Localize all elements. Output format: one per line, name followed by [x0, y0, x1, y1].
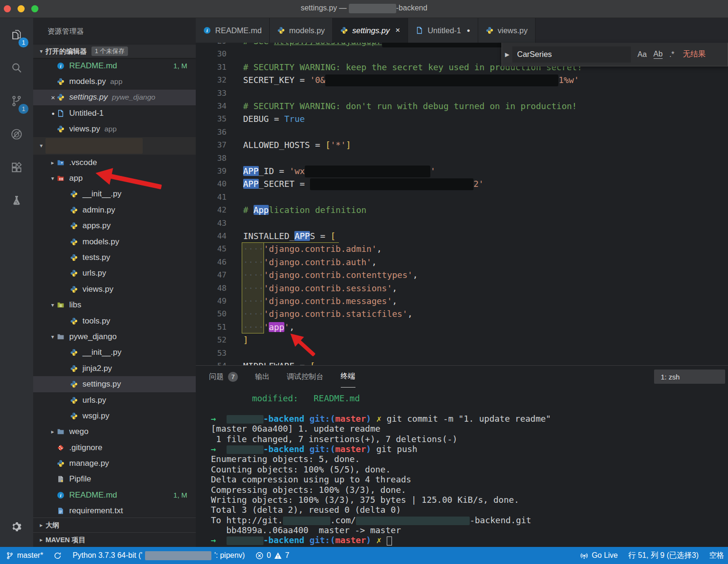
tree-item-admin-py[interactable]: admin.py — [33, 202, 196, 218]
outline-section-header[interactable]: ▸大纲 — [33, 518, 196, 532]
activity-explorer-button[interactable]: 1 — [0, 18, 33, 51]
file-label: models.py — [82, 237, 119, 247]
folder-libs-icon — [57, 301, 65, 309]
close-icon[interactable]: × — [395, 26, 400, 35]
line-number: 51 — [196, 321, 227, 333]
tree-item-tools-py[interactable]: tools.py — [33, 313, 196, 329]
terminal-line: 1 file changed, 7 insertions(+), 7 delet… — [211, 434, 723, 444]
python-icon — [486, 27, 494, 34]
activity-tests-button[interactable] — [0, 184, 33, 217]
code-editor[interactable]: 29# See https://docs.djangopreployment/c… — [196, 43, 728, 365]
tab-label: Untitled-1 — [428, 26, 461, 35]
match-case-button[interactable]: Aa — [637, 50, 647, 59]
line-number: 53 — [196, 347, 227, 360]
file-label: apps.py — [82, 221, 111, 231]
code-line-43: 43 — [196, 217, 728, 230]
tree-item-pipfile[interactable]: Pipfile — [33, 472, 196, 487]
tab-untitled-1[interactable]: Untitled-1● — [408, 18, 478, 43]
tab-readme-md[interactable]: iREADME.md — [196, 18, 270, 43]
code-line-content: DEBUG = True — [243, 112, 305, 125]
file-path-label: app — [104, 125, 117, 133]
panel-tab-label: 调试控制台 — [287, 372, 324, 382]
python-icon — [70, 349, 79, 356]
tab-views-py[interactable]: views.py — [478, 18, 536, 43]
workspace-root-row[interactable]: ▾ — [33, 137, 196, 155]
tree-item-pywe-django[interactable]: ▾pywe_django — [33, 329, 196, 344]
panel-tab-item[interactable]: 调试控制台 — [287, 366, 324, 388]
sync-status[interactable] — [54, 551, 62, 560]
code-line-content: ALLOWED_HOSTS = ['*'] — [243, 139, 351, 151]
open-editor-item[interactable]: ●Untitled-1 — [33, 105, 196, 121]
panel-tab-terminal[interactable]: 终端 — [341, 366, 355, 388]
terminal-line: Total 3 (delta 2), reused 0 (delta 0) — [211, 505, 723, 515]
tree-item--vscode[interactable]: ▸.vscode — [33, 155, 196, 170]
file-tree: ▸.vscode▾app__init__.pyadmin.pyapps.pymo… — [33, 155, 196, 519]
tree-item-wsgi-py[interactable]: wsgi.py — [33, 408, 196, 424]
window-title: settings.py — -backend — [0, 4, 728, 13]
tree-item-views-py[interactable]: views.py — [33, 281, 196, 297]
tree-item-urls-py[interactable]: urls.py — [33, 392, 196, 408]
open-editor-item[interactable]: models.pyapp — [33, 74, 196, 89]
indentation-status[interactable]: 空格 — [709, 551, 724, 561]
file-label: wego — [69, 427, 89, 436]
tree-item--init-py[interactable]: __init__.py — [33, 345, 196, 361]
file-label: __init__.py — [82, 189, 121, 199]
git-branch-status[interactable]: master* — [6, 551, 43, 560]
tree-item-jinja2-py[interactable]: jinja2.py — [33, 361, 196, 376]
tree-item-settings-py[interactable]: settings.py — [33, 376, 196, 392]
activity-debug-button[interactable] — [0, 118, 33, 151]
activity-source-control-button[interactable]: 1 — [0, 84, 33, 118]
open-editor-item[interactable]: iREADME.md1, M — [33, 58, 196, 74]
tree-item-app[interactable]: ▾app — [33, 170, 196, 186]
tab-settings-py[interactable]: settings.py× — [333, 18, 408, 43]
panel-tab-item[interactable]: 问题7 — [209, 366, 238, 388]
activity-search-button[interactable] — [0, 51, 33, 84]
tab-models-py[interactable]: models.py — [270, 18, 333, 43]
whole-word-button[interactable]: Ab — [654, 50, 663, 59]
tree-item-readme-md[interactable]: iREADME.md1, M — [33, 487, 196, 503]
python-interpreter-status[interactable]: Python 3.7.3 64-bit ('': pipenv) — [73, 551, 245, 560]
regex-button[interactable]: .* — [669, 50, 674, 59]
open-editors-header[interactable]: ▾ 打开的编辑器 1 个未保存 — [33, 45, 196, 58]
extensions-icon — [10, 161, 23, 174]
tree-item-urls-py[interactable]: urls.py — [33, 266, 196, 281]
go-live-button[interactable]: Go Live — [580, 551, 618, 560]
panel-tab-label: 终端 — [341, 371, 355, 381]
python-icon — [277, 27, 286, 34]
find-expand-chevron-icon[interactable]: ▶ — [502, 51, 512, 58]
file-icon — [416, 27, 424, 34]
activity-settings-button[interactable] — [0, 514, 33, 540]
tree-item--init-py[interactable]: __init__.py — [33, 186, 196, 202]
svg-text:i: i — [60, 493, 62, 498]
tree-item-manage-py[interactable]: manage.py — [33, 455, 196, 471]
terminal-shell-select[interactable]: 1: zsh — [654, 370, 725, 384]
file-label: .gitignore — [69, 443, 102, 453]
tree-item-apps-py[interactable]: apps.py — [33, 218, 196, 234]
line-number: 31 — [196, 61, 227, 74]
terminal-line: Counting objects: 100% (5/5), done. — [211, 464, 723, 474]
tree-item-wego[interactable]: ▸wego — [33, 424, 196, 440]
close-icon[interactable]: × — [46, 93, 57, 102]
line-number: 39 — [196, 165, 227, 177]
tree-item--gitignore[interactable]: .gitignore — [33, 440, 196, 455]
cursor-position-status[interactable]: 行 51, 列 9 (已选择3) — [628, 551, 699, 561]
tree-item-libs[interactable]: ▾libs — [33, 297, 196, 313]
activity-extensions-button[interactable] — [0, 151, 33, 184]
editor-tab-bar: iREADME.mdmodels.pysettings.py×Untitled-… — [196, 18, 728, 43]
titlebar: settings.py — -backend — [0, 0, 728, 18]
panel-tab-item[interactable]: 输出 — [255, 366, 270, 388]
find-input[interactable] — [512, 46, 631, 63]
info-icon: i — [57, 62, 65, 70]
open-editor-item[interactable]: ×settings.pypywe_django — [33, 90, 196, 105]
tree-item-tests-py[interactable]: tests.py — [33, 250, 196, 265]
code-line-content: MIDDLEWARE = [ — [243, 360, 315, 365]
open-editor-item[interactable]: views.pyapp — [33, 121, 196, 137]
file-label: tools.py — [82, 316, 110, 326]
tree-item-models-py[interactable]: models.py — [33, 234, 196, 250]
problems-status[interactable]: 0 7 — [255, 551, 290, 560]
terminal-output[interactable]: modified: README.md→ -backend git:(maste… — [211, 393, 723, 546]
tree-item-requirement-txt[interactable]: requirement.txt — [33, 503, 196, 519]
code-line-46: 46····'django.contrib.auth', — [196, 256, 728, 268]
maven-section-header[interactable]: ▸MAVEN 项目 — [33, 532, 196, 547]
code-line-44: 44INSTALLED_APPS = [ — [196, 230, 728, 242]
